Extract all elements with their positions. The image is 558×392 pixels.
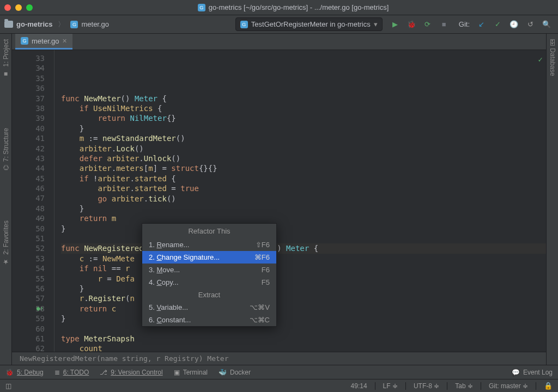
tool-debug[interactable]: 🐞 5: Debug <box>5 369 44 376</box>
navbar: go-metrics 〉 G meter.go G TestGetOrRegis… <box>0 15 558 34</box>
code-editor[interactable]: 3334▸353637383940414243444546474849▸5051… <box>12 50 546 352</box>
sidebar-tab-project[interactable]: ■ 1: Project <box>1 36 11 81</box>
lock-icon[interactable]: 🔒 <box>544 382 553 390</box>
window-title: G go-metrics [~/go/src/go-metrics] - ...… <box>33 3 554 11</box>
breadcrumb[interactable]: go-metrics 〉 G meter.go <box>4 20 109 29</box>
tool-docker[interactable]: 🐳 Docker <box>219 369 251 376</box>
refactor-extract-item[interactable]: 6. Constant...⌥⌘C <box>142 314 276 326</box>
inspection-ok-icon: ✓ <box>538 54 543 64</box>
history-icon[interactable]: 🕘 <box>509 20 519 29</box>
editor-tabs: G meter.go × <box>12 34 546 50</box>
revert-icon[interactable]: ↺ <box>525 20 535 29</box>
editor-area: G meter.go × 3334▸3536373839404142434445… <box>12 34 546 365</box>
status-encoding[interactable]: UTF-8 ≑ <box>414 382 439 390</box>
tool-vcs[interactable]: ⎇ 9: Version Control <box>100 369 162 376</box>
window-controls[interactable] <box>4 4 33 11</box>
line-gutter: 3334▸353637383940414243444546474849▸5051… <box>12 50 54 352</box>
right-tool-sidebar: 🗄 Database <box>546 34 558 365</box>
tool-terminal[interactable]: ▣ Terminal <box>174 369 208 376</box>
tool-eventlog[interactable]: 💬 Event Log <box>512 369 553 376</box>
popup-section-extract: Extract <box>142 289 276 301</box>
refactor-item[interactable]: 3. Move...F6 <box>142 264 276 276</box>
close-tab-icon[interactable]: × <box>63 36 67 45</box>
status-indent[interactable]: Tab ≑ <box>455 382 473 390</box>
refactor-extract-item[interactable]: 5. Variable...⌥⌘V <box>142 301 276 314</box>
statusbar: ◫ 49:14 LF ≑ UTF-8 ≑ Tab ≑ Git: master ≑… <box>0 379 558 392</box>
status-cursor-pos[interactable]: 49:14 <box>351 382 367 390</box>
sidebar-tab-structure[interactable]: ⌬ 7: Structure <box>1 125 11 174</box>
go-file-icon: G <box>70 21 78 28</box>
editor-tab-meter[interactable]: G meter.go × <box>15 34 72 50</box>
go-test-icon: G <box>240 21 248 28</box>
go-file-icon: G <box>198 4 205 11</box>
code-breadcrumb[interactable]: NewRegisteredMeter(name string, r Regist… <box>12 352 546 365</box>
close-window-icon[interactable] <box>4 4 11 11</box>
refactor-item[interactable]: 2. Change Signature...⌘F6 <box>142 251 276 264</box>
git-label: Git: <box>459 20 470 28</box>
main-area: ■ 1: Project ⌬ 7: Structure ★ 2: Favorit… <box>0 34 558 365</box>
minimize-window-icon[interactable] <box>15 4 22 11</box>
sidebar-tab-favorites[interactable]: ★ 2: Favorites <box>1 217 11 269</box>
search-icon[interactable]: 🔍 <box>542 20 551 29</box>
tool-todo[interactable]: ≣ 6: TODO <box>54 369 89 376</box>
sidebar-tab-database[interactable]: 🗄 Database <box>548 36 557 79</box>
refactor-popup: Refactor This 1. Rename...⇧F62. Change S… <box>142 223 277 327</box>
folder-icon <box>4 21 13 28</box>
breadcrumb-project[interactable]: go-metrics <box>16 20 52 28</box>
debug-button[interactable]: 🐞 <box>407 20 416 29</box>
status-line-separator[interactable]: LF ≑ <box>383 382 398 390</box>
update-project-icon[interactable]: ↙ <box>476 20 486 29</box>
go-file-icon: G <box>21 37 28 45</box>
maximize-window-icon[interactable] <box>26 4 33 11</box>
bottom-toolbar: 🐞 5: Debug ≣ 6: TODO ⎇ 9: Version Contro… <box>0 365 558 379</box>
stop-button: ■ <box>439 20 449 29</box>
commit-icon[interactable]: ✓ <box>493 20 502 29</box>
status-branch[interactable]: Git: master ≑ <box>489 382 528 390</box>
chevron-down-icon: ▾ <box>374 20 378 28</box>
chevron-right-icon: 〉 <box>58 20 65 29</box>
run-button[interactable]: ▶ <box>390 20 400 29</box>
breadcrumb-file[interactable]: meter.go <box>81 20 109 28</box>
refactor-item[interactable]: 1. Rename...⇧F6 <box>142 238 276 251</box>
popup-title: Refactor This <box>142 224 276 238</box>
run-configuration-dropdown[interactable]: G TestGetOrRegisterMeter in go-metrics ▾ <box>235 17 383 31</box>
code-content[interactable]: ✓ func NewMeter() Meter { if UseNilMetri… <box>54 50 546 352</box>
left-tool-sidebar: ■ 1: Project ⌬ 7: Structure ★ 2: Favorit… <box>0 34 12 365</box>
window-icon[interactable]: ◫ <box>5 382 11 390</box>
refactor-item[interactable]: 4. Copy...F5 <box>142 276 276 289</box>
titlebar: G go-metrics [~/go/src/go-metrics] - ...… <box>0 0 558 15</box>
run-coverage-button[interactable]: ⟳ <box>423 20 433 29</box>
